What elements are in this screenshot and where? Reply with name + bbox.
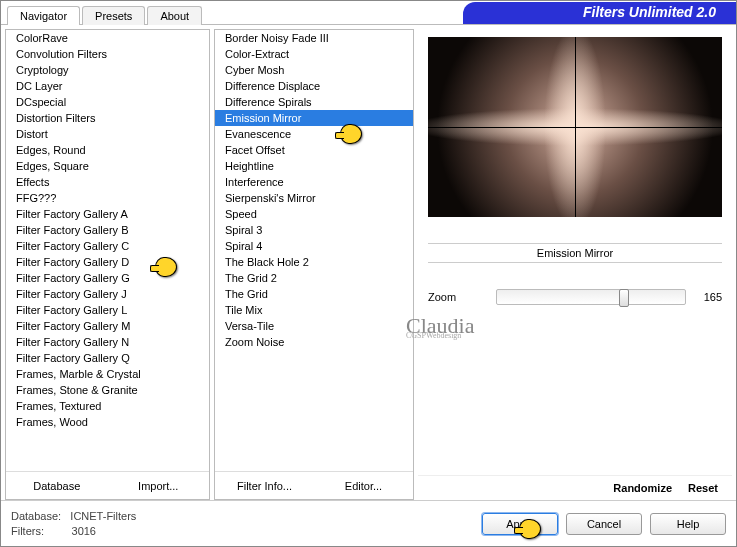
- app-title-banner: Filters Unlimited 2.0: [463, 2, 736, 24]
- filter-item[interactable]: Zoom Noise: [215, 334, 413, 350]
- help-button[interactable]: Help: [650, 513, 726, 535]
- preview-panel: Emission Mirror Zoom 165 Randomize Reset: [418, 29, 732, 500]
- apply-button[interactable]: Apply: [482, 513, 558, 535]
- filter-item[interactable]: Emission Mirror: [215, 110, 413, 126]
- category-item[interactable]: Frames, Wood: [6, 414, 209, 430]
- app-window: Navigator Presets About Filters Unlimite…: [0, 0, 737, 547]
- tab-navigator[interactable]: Navigator: [7, 6, 80, 25]
- category-item[interactable]: Frames, Stone & Granite: [6, 382, 209, 398]
- category-item[interactable]: Filter Factory Gallery L: [6, 302, 209, 318]
- category-item[interactable]: DCspecial: [6, 94, 209, 110]
- category-item[interactable]: Distort: [6, 126, 209, 142]
- category-item[interactable]: Filter Factory Gallery J: [6, 286, 209, 302]
- status-db-value: ICNET-Filters: [70, 510, 136, 522]
- category-item[interactable]: Filter Factory Gallery N: [6, 334, 209, 350]
- category-item[interactable]: Filter Factory Gallery M: [6, 318, 209, 334]
- param-row-zoom: Zoom 165: [428, 289, 722, 305]
- filter-item[interactable]: Difference Displace: [215, 78, 413, 94]
- filter-item[interactable]: The Grid: [215, 286, 413, 302]
- tab-bar: Navigator Presets About: [7, 5, 204, 24]
- filter-item[interactable]: Color-Extract: [215, 46, 413, 62]
- cancel-button[interactable]: Cancel: [566, 513, 642, 535]
- randomize-button[interactable]: Randomize: [613, 482, 672, 494]
- param-value: 165: [694, 291, 722, 303]
- category-list[interactable]: ColorRaveConvolution FiltersCryptologyDC…: [6, 30, 209, 471]
- status-filters-label: Filters:: [11, 525, 44, 537]
- tab-about[interactable]: About: [147, 6, 202, 25]
- filter-info-button[interactable]: Filter Info...: [215, 472, 314, 499]
- category-item[interactable]: Filter Factory Gallery Q: [6, 350, 209, 366]
- category-item[interactable]: Edges, Square: [6, 158, 209, 174]
- filter-item[interactable]: The Black Hole 2: [215, 254, 413, 270]
- filter-item[interactable]: The Grid 2: [215, 270, 413, 286]
- header: Navigator Presets About Filters Unlimite…: [1, 1, 736, 25]
- current-filter-name: Emission Mirror: [418, 243, 732, 263]
- status-filters-value: 3016: [72, 525, 96, 537]
- filter-item[interactable]: Spiral 3: [215, 222, 413, 238]
- filter-item[interactable]: Sierpenski's Mirror: [215, 190, 413, 206]
- zoom-slider[interactable]: [496, 289, 686, 305]
- category-item[interactable]: Effects: [6, 174, 209, 190]
- filter-item[interactable]: Facet Offset: [215, 142, 413, 158]
- category-item[interactable]: Cryptology: [6, 62, 209, 78]
- filter-item[interactable]: Difference Spirals: [215, 94, 413, 110]
- category-item[interactable]: DC Layer: [6, 78, 209, 94]
- filter-panel: Border Noisy Fade IIIColor-ExtractCyber …: [214, 29, 414, 500]
- reset-button[interactable]: Reset: [688, 482, 718, 494]
- filter-item[interactable]: Spiral 4: [215, 238, 413, 254]
- navigator-body: ColorRaveConvolution FiltersCryptologyDC…: [1, 25, 736, 500]
- filter-item[interactable]: Heightline: [215, 158, 413, 174]
- editor-button[interactable]: Editor...: [314, 472, 413, 499]
- category-item[interactable]: Distortion Filters: [6, 110, 209, 126]
- category-item[interactable]: FFG???: [6, 190, 209, 206]
- filter-item[interactable]: Tile Mix: [215, 302, 413, 318]
- effect-preview: [428, 37, 722, 217]
- category-item[interactable]: Edges, Round: [6, 142, 209, 158]
- category-item[interactable]: Filter Factory Gallery D: [6, 254, 209, 270]
- filter-item[interactable]: Evanescence: [215, 126, 413, 142]
- category-item[interactable]: Filter Factory Gallery A: [6, 206, 209, 222]
- import-button[interactable]: Import...: [108, 472, 210, 499]
- status-bar: Database: ICNET-Filters Filters: 3016 Ap…: [1, 500, 736, 546]
- tab-presets[interactable]: Presets: [82, 6, 145, 25]
- category-item[interactable]: Frames, Marble & Crystal: [6, 366, 209, 382]
- category-item[interactable]: Convolution Filters: [6, 46, 209, 62]
- category-item[interactable]: Filter Factory Gallery B: [6, 222, 209, 238]
- category-panel: ColorRaveConvolution FiltersCryptologyDC…: [5, 29, 210, 500]
- category-item[interactable]: ColorRave: [6, 30, 209, 46]
- filter-item[interactable]: Speed: [215, 206, 413, 222]
- category-item[interactable]: Frames, Textured: [6, 398, 209, 414]
- filter-item[interactable]: Cyber Mosh: [215, 62, 413, 78]
- status-db-label: Database:: [11, 510, 61, 522]
- filter-item[interactable]: Interference: [215, 174, 413, 190]
- filter-item[interactable]: Border Noisy Fade III: [215, 30, 413, 46]
- filter-list[interactable]: Border Noisy Fade IIIColor-ExtractCyber …: [215, 30, 413, 471]
- param-label: Zoom: [428, 291, 488, 303]
- database-button[interactable]: Database: [6, 472, 108, 499]
- category-item[interactable]: Filter Factory Gallery C: [6, 238, 209, 254]
- filter-item[interactable]: Versa-Tile: [215, 318, 413, 334]
- category-item[interactable]: Filter Factory Gallery G: [6, 270, 209, 286]
